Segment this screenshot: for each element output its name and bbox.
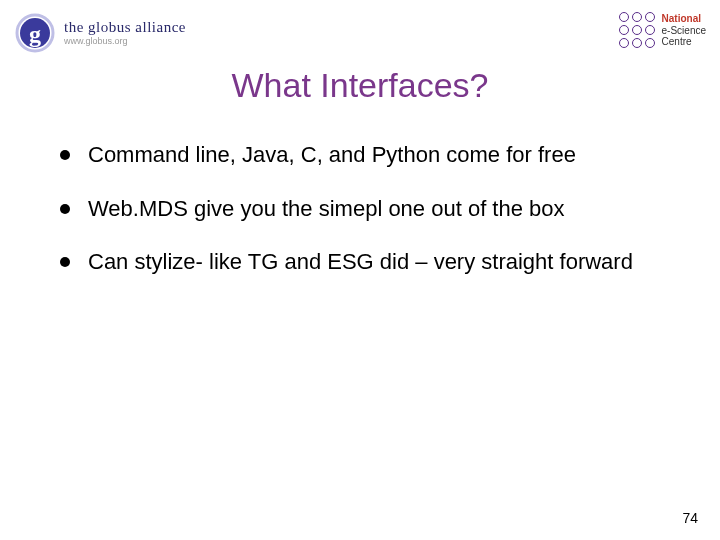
bullet-item: Command line, Java, C, and Python come f… bbox=[60, 140, 660, 170]
bullet-list: Command line, Java, C, and Python come f… bbox=[60, 140, 660, 277]
globus-g-icon: g bbox=[14, 12, 56, 54]
svg-text:g: g bbox=[29, 21, 41, 47]
nesc-logo: National e-Science Centre bbox=[619, 12, 706, 49]
page-number: 74 bbox=[682, 510, 698, 526]
nesc-line2: e-Science bbox=[662, 25, 706, 37]
slide-title: What Interfaces? bbox=[0, 66, 720, 105]
header: g the globus alliance www.globus.org Nat… bbox=[0, 0, 720, 58]
globus-url: www.globus.org bbox=[64, 37, 186, 46]
slide-body: Command line, Java, C, and Python come f… bbox=[60, 140, 660, 301]
nesc-line1: National bbox=[662, 13, 706, 25]
bullet-item: Web.MDS give you the simepl one out of t… bbox=[60, 194, 660, 224]
bullet-item: Can stylize- like TG and ESG did – very … bbox=[60, 247, 660, 277]
nesc-text: National e-Science Centre bbox=[662, 13, 706, 48]
slide: g the globus alliance www.globus.org Nat… bbox=[0, 0, 720, 540]
globus-text: the globus alliance www.globus.org bbox=[64, 20, 186, 46]
globus-name: the globus alliance bbox=[64, 20, 186, 35]
globus-logo: g the globus alliance www.globus.org bbox=[14, 12, 186, 54]
nesc-line3: Centre bbox=[662, 36, 706, 48]
nesc-dots-icon bbox=[619, 12, 656, 49]
